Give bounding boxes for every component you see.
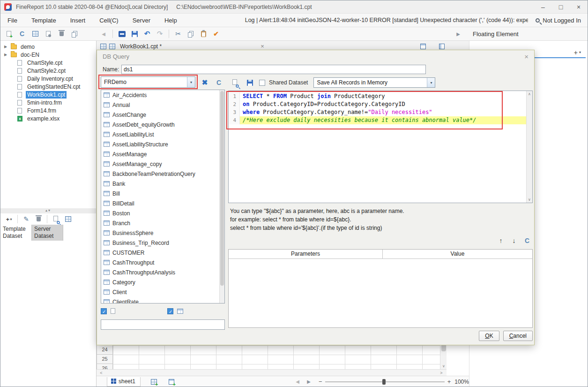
sheet-grid-icon[interactable] <box>100 44 106 49</box>
menu-item[interactable]: Help <box>157 14 184 27</box>
table-search-box[interactable] <box>101 319 225 330</box>
dialog-title-bar[interactable]: DB Query × <box>97 50 534 62</box>
redo-button[interactable]: ↷ <box>154 28 165 39</box>
preview-data-button[interactable] <box>229 77 240 88</box>
sql-scroll-up-button[interactable]: ∧ <box>527 91 532 97</box>
sheet-nav-right-button[interactable]: ▶ <box>305 376 312 387</box>
dialog-close-button[interactable]: × <box>524 53 528 61</box>
table-list-item[interactable]: CUSTOMER <box>101 248 224 258</box>
table-list-item[interactable]: AssetLiabilityStructure <box>101 139 224 149</box>
close-button[interactable]: × <box>570 0 588 13</box>
add-grid-sheet-button[interactable] <box>148 376 159 387</box>
menu-item[interactable]: Cell(C) <box>92 14 125 27</box>
add-dataset-button[interactable]: +▾ <box>3 213 15 225</box>
table-list-item[interactable]: Bill <box>101 189 224 198</box>
search-button[interactable] <box>533 16 543 25</box>
expand-arrow-icon[interactable]: ▶ <box>4 53 11 57</box>
sheet-tab[interactable]: sheet1 <box>107 377 141 387</box>
tree-item[interactable]: ▶ example.xlsx <box>0 114 96 122</box>
sql-code[interactable]: 1SELECT * FROM Product join ProductCateg… <box>229 91 526 203</box>
shared-dataset-checkbox[interactable] <box>259 80 265 86</box>
tree-item[interactable]: ▶ Form14.frm <box>0 106 96 114</box>
add-floating-element-button[interactable]: + ▾ <box>574 49 581 56</box>
connection-refresh-button[interactable]: C <box>213 77 224 88</box>
zoom-slider[interactable] <box>325 379 445 385</box>
menu-item[interactable]: File <box>0 14 24 27</box>
minimize-button[interactable]: – <box>534 0 552 13</box>
sql-line[interactable]: 1SELECT * FROM Product join ProductCateg… <box>229 92 526 100</box>
zoom-out-button[interactable]: − <box>319 378 322 385</box>
workbook-tab[interactable]: WorkBook1.cpt * <box>120 43 162 50</box>
sheet-nav-left-button[interactable]: ◀ <box>294 376 301 387</box>
param-move-down-button[interactable]: ↓ <box>509 236 519 245</box>
delete-dataset-button[interactable] <box>33 213 44 225</box>
table-list-item[interactable]: AssetChange <box>101 110 224 120</box>
table-list-item[interactable]: Branch <box>101 218 224 228</box>
manage-button[interactable] <box>43 28 54 39</box>
table-list-item[interactable]: CashThroughputAnalysis <box>101 267 224 277</box>
dataset-tab[interactable]: Server Dataset <box>32 225 63 241</box>
table-list-item[interactable]: Category <box>101 277 224 287</box>
menu-item[interactable]: Insert <box>63 14 93 27</box>
template-web-button[interactable] <box>116 28 127 39</box>
row-header[interactable]: 24 <box>97 345 113 355</box>
preview-dataset-button[interactable] <box>50 213 61 225</box>
table-list-scrollbar-thumb[interactable] <box>220 91 224 286</box>
zoom-in-button[interactable]: + <box>447 378 451 385</box>
log-message[interactable]: Log | Alert:18:48:04 initGeoJSON-42-work… <box>245 17 528 23</box>
sql-scroll-down-button[interactable]: ∨ <box>527 197 532 203</box>
sheet-grid-icon-2[interactable] <box>109 44 115 49</box>
store-mode-select[interactable]: Save All Records in Memory ▾ <box>313 77 435 88</box>
row-header[interactable]: 25 <box>97 355 113 364</box>
dataset-name-input[interactable] <box>121 65 426 74</box>
table-list-item[interactable]: AssetManage_copy <box>101 159 224 169</box>
tree-item[interactable]: ▶ ChartStyle2.cpt <box>0 67 96 75</box>
tab-close-button[interactable]: × <box>261 43 264 50</box>
sql-line[interactable]: 3where ProductCategory.Category_name!="D… <box>229 108 526 116</box>
cancel-button[interactable]: Cancel <box>503 331 533 341</box>
table-list-item[interactable]: AssetManage <box>101 149 224 159</box>
dataset-tab[interactable]: Template Dataset <box>0 225 32 241</box>
table-list-item[interactable]: ClientRate <box>101 297 224 304</box>
edit-dataset-button[interactable]: ✎ <box>21 213 32 225</box>
ok-button[interactable]: OK <box>479 331 499 341</box>
combo-arrow[interactable]: ▾ <box>187 77 195 87</box>
undo-button[interactable]: ↶ <box>141 28 153 39</box>
table-list-item[interactable]: CashThroughput <box>101 258 224 267</box>
table-list-item[interactable]: BillDetail <box>101 198 224 208</box>
horizontal-scrollbar[interactable]: < > <box>97 369 447 376</box>
tree-item[interactable]: ▶ demo <box>0 43 96 51</box>
add-chart-sheet-button[interactable] <box>166 376 177 387</box>
login-status[interactable]: Not Logged In <box>543 17 581 24</box>
combo-arrow[interactable]: ▾ <box>427 78 435 87</box>
connection-tools-button[interactable]: ✖ <box>199 77 210 88</box>
table-list-item[interactable]: Boston <box>101 208 224 218</box>
scroll-right-button[interactable]: > <box>438 370 445 376</box>
param-move-up-button[interactable]: ↑ <box>496 236 506 245</box>
table-list-item[interactable]: Bank <box>101 179 224 189</box>
scroll-down-button[interactable]: ∨ <box>440 363 447 369</box>
param-refresh-button[interactable]: C <box>522 236 532 245</box>
refresh-directory-button[interactable]: C <box>16 28 28 39</box>
copy-button[interactable] <box>185 28 196 39</box>
table-list-item[interactable]: Air_Accidents <box>101 90 224 100</box>
dataset-config-button[interactable] <box>62 213 74 225</box>
grid-view-button[interactable] <box>30 28 41 39</box>
maximize-button[interactable]: □ <box>552 0 570 13</box>
table-list-item[interactable]: Client <box>101 287 224 297</box>
table-list-item[interactable]: Annual <box>101 100 224 110</box>
format-painter-button[interactable]: ✔ <box>210 28 222 39</box>
tree-item[interactable]: ▶ GettingStartedEN.cpt <box>0 83 96 91</box>
connection-select[interactable]: FRDemo ▾ <box>101 76 195 88</box>
tree-item[interactable]: ▶ 5min-intro.frm <box>0 99 96 106</box>
tree-item[interactable]: ▶ ChartStyle.cpt <box>0 59 96 67</box>
sql-editor[interactable]: 1SELECT * FROM Product join ProductCateg… <box>228 91 533 203</box>
save-button[interactable] <box>129 28 140 39</box>
sql-line[interactable]: 4/*Here exclude daily necessities becaus… <box>229 116 526 124</box>
table-list-item[interactable]: BackboneTeamPenetrationQuery <box>101 169 224 179</box>
nav-forward-button[interactable]: ▶ <box>453 28 464 39</box>
paste-button[interactable] <box>198 28 209 39</box>
sql-line[interactable]: 2on Product.CategoryID=ProductCategory.C… <box>229 100 526 108</box>
query-save-button[interactable] <box>244 77 255 88</box>
table-list-item[interactable]: AssetDebt_equityGrowth <box>101 120 224 129</box>
